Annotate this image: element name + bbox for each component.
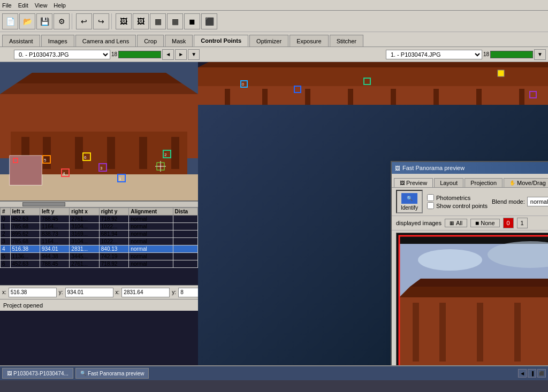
left-scroll-thumb[interactable] [22,202,65,206]
table-cell: 788.45 [40,260,69,268]
table-cell: 3 [1,238,11,245]
photometrics-label[interactable]: Photometrics [427,194,488,201]
col-rx: right x [70,208,99,216]
menu-view[interactable]: View [35,2,48,9]
coord-y1-input[interactable] [65,288,113,297]
table-row[interactable]: 3785.681164...3104...1022...normal [1,238,198,245]
toolbar-redo[interactable]: ↪ [93,13,109,29]
table-row[interactable]: 0452.63788.452761...718.92normal [1,216,198,223]
coord-x1-input[interactable] [9,288,57,297]
menu-file[interactable]: File [2,2,12,9]
toolbar-dark2[interactable]: ⬛ [201,13,217,29]
sys-icon-1[interactable]: ◀ [518,369,527,378]
table-cell: 785.68 [10,223,40,230]
svg-rect-59 [413,303,419,362]
taskbar-btn-preview[interactable]: 🔍 Fast Panorama preview [75,368,149,379]
preview-titlebar: 🖼 Fast Panorama preview _ □ ✕ [392,162,548,174]
table-cell: 2 [1,230,11,238]
svg-rect-42 [476,89,482,105]
di-num-0[interactable]: 0 [503,218,514,228]
cp-table-wrapper[interactable]: # left x left y right x right y Alignmen… [0,207,198,285]
table-cell [173,230,197,238]
table-row[interactable]: 51136...944.383445...742.19normal [1,253,198,260]
main-tabbar: Assistant Images Camera and Lens Crop Ma… [0,32,548,47]
toolbar-grid2[interactable]: ▦ [167,13,183,29]
tab-optimizer[interactable]: Optimizer [249,35,288,47]
table-cell: 0 [1,216,11,223]
table-cell [173,260,197,268]
left-image-selector: 0. - P1030473.JPG 18 ◄ ► ▼ [2,49,200,60]
left-nav-next[interactable]: ► [175,49,187,60]
blend-mode-group: Blend mode: normal [492,197,548,206]
identify-button[interactable]: 🔍 Identify [396,190,423,213]
left-image-view[interactable]: 0 1 2 3 4 5 6 [0,62,198,201]
svg-text:6: 6 [84,155,87,160]
tab-control-points[interactable]: Control Points [194,35,248,47]
tab-exposure[interactable]: Exposure [290,35,328,47]
taskbar-preview-icon: 🔍 [80,371,86,376]
tab-images[interactable]: Images [41,35,74,47]
tab-assistant[interactable]: Assistant [2,35,40,47]
coord-x2-label: x: [116,289,120,295]
toolbar-grid1[interactable]: ▦ [150,13,166,29]
menu-help[interactable]: Help [54,2,66,9]
preview-tab-layout[interactable]: Layout [434,178,463,187]
toolbar-dark1[interactable]: ◼ [184,13,200,29]
show-cp-checkbox[interactable] [427,202,434,209]
di-none-btn[interactable]: ◼ None [470,219,499,227]
menu-edit[interactable]: Edit [18,2,28,9]
svg-rect-58 [399,297,548,365]
table-cell: 452.63 [10,260,40,268]
tab-stitcher[interactable]: Stitcher [330,35,363,47]
coord-x2-input[interactable] [121,288,170,297]
toolbar-img2[interactable]: 🖼 [133,13,149,29]
table-cell: normal [129,223,173,230]
table-cell: normal [129,245,173,253]
di-all-btn[interactable]: ▦ All [445,219,467,227]
di-num-1[interactable]: 1 [517,218,528,228]
left-nav-prev[interactable]: ◄ [162,49,174,60]
toolbar-img1[interactable]: 🖼 [116,13,132,29]
toolbar-settings[interactable]: ⚙ [54,13,70,29]
table-cell: 681.94 [99,230,128,238]
table-cell: 452.63 [10,216,40,223]
left-image-dropdown[interactable]: 0. - P1030473.JPG [14,50,110,59]
blend-mode-select[interactable]: normal [527,197,548,206]
table-cell [173,238,197,245]
toolbar-open[interactable]: 📂 [19,13,35,29]
tab-crop[interactable]: Crop [137,35,164,47]
table-cell [173,245,197,253]
table-row[interactable]: 2895.62838.733169...681.94normal [1,230,198,238]
right-select-btn[interactable]: ▼ [534,49,546,60]
col-lx: left x [10,208,40,216]
table-cell: 1164... [40,238,69,245]
preview-tab-movedrag[interactable]: ✋ Move/Drag [504,178,548,187]
table-cell: normal [129,216,173,223]
sys-icon-2[interactable]: ▐ [528,369,536,378]
photometrics-checkbox[interactable] [427,194,434,201]
table-cell: 3445... [70,253,99,260]
left-scrollbar-h[interactable] [0,201,198,207]
tab-camera-lens[interactable]: Camera and Lens [75,35,136,47]
toolbar-undo[interactable]: ↩ [76,13,92,29]
table-row[interactable]: 4516.38934.012831...840.13normal [1,245,198,253]
toolbar-save[interactable]: 💾 [36,13,52,29]
preview-image-area[interactable]: ↖ [396,233,548,365]
toolbar-new[interactable]: 📄 [2,13,18,29]
table-cell: 3104... [70,238,99,245]
svg-text:4: 4 [63,171,65,176]
preview-tab-projection[interactable]: Projection [465,178,503,187]
sys-icon-3[interactable]: ⬛ [537,369,546,378]
taskbar-btn-panorama[interactable]: 🖼 P1030473-P1030474... [2,368,73,379]
table-cell: 1022... [99,238,128,245]
table-row[interactable]: 1785.681164...3104...1022...normal [1,223,198,230]
show-cp-label[interactable]: Show control points [427,202,488,209]
tab-mask[interactable]: Mask [165,35,193,47]
taskbar-panorama-icon: 🖼 [7,371,12,376]
right-image-dropdown[interactable]: 1. - P1030474.JPG [386,50,482,59]
left-select-btn[interactable]: ▼ [188,49,200,60]
preview-tab-preview[interactable]: 🖼 Preview [394,178,433,187]
taskbar-system: ◀ ▐ ⬛ [518,369,546,378]
table-row[interactable]: 6452.63788.452761...718.92normal [1,260,198,268]
status-bar: Project opened [0,299,198,311]
